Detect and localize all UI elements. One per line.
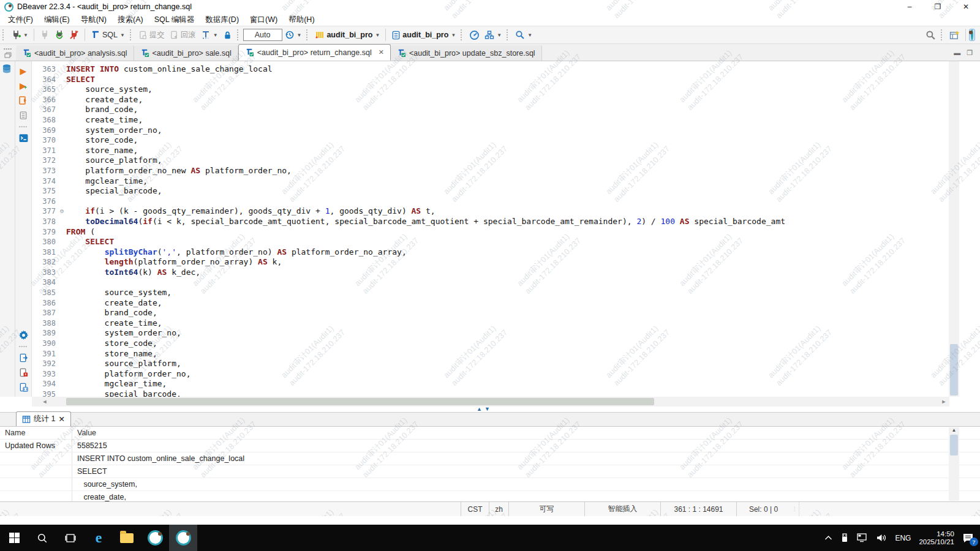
taskbar-search-button[interactable] bbox=[28, 525, 56, 551]
schema-select[interactable]: audit_bi_pro ▼ bbox=[389, 29, 458, 42]
tab-label: <audit_bi_pro> sale.sql bbox=[153, 49, 232, 58]
menu-item[interactable]: 导航(N) bbox=[75, 13, 112, 26]
editor-vertical-scrollbar[interactable] bbox=[949, 61, 959, 397]
fold-collapse-icon[interactable]: ⊖ bbox=[58, 206, 66, 217]
editor-tab[interactable]: <audit_bi_pro> update_sbz_store.sql bbox=[391, 45, 542, 61]
search-button[interactable]: ▼ bbox=[513, 28, 535, 42]
export-result-icon[interactable] bbox=[17, 351, 30, 364]
internet-explorer-button[interactable]: e bbox=[85, 525, 113, 551]
scroll-right-arrow[interactable]: ► bbox=[940, 397, 948, 406]
panel-sash[interactable]: ▲▼ bbox=[0, 407, 980, 412]
maximize-view-icon[interactable]: ❐ bbox=[967, 49, 973, 57]
stats-row[interactable]: INSERT INTO custom_online_sale_change_lo… bbox=[0, 452, 980, 465]
speaker-icon[interactable] bbox=[876, 533, 887, 542]
menu-bar: 文件(F)编辑(E)导航(N)搜索(A)SQL 编辑器数据库(D)窗口(W)帮助… bbox=[0, 13, 980, 26]
transaction-log-button[interactable]: ▼ bbox=[282, 28, 304, 42]
dbeaver-taskbar-button[interactable] bbox=[141, 525, 169, 551]
minimize-button[interactable]: – bbox=[895, 0, 924, 13]
file-explorer-button[interactable] bbox=[113, 525, 141, 551]
fold-gutter bbox=[58, 186, 66, 197]
maximize-button[interactable]: ❐ bbox=[924, 0, 952, 13]
quick-access-search-button[interactable] bbox=[923, 28, 938, 42]
code-text: system_order_no, bbox=[66, 126, 949, 136]
transaction-mode-button[interactable]: ▼ bbox=[198, 28, 221, 42]
close-tab-icon[interactable]: ✕ bbox=[379, 48, 384, 56]
menu-item[interactable]: 窗口(W) bbox=[244, 13, 283, 26]
scroll-up-arrow[interactable]: ▲ bbox=[949, 427, 959, 433]
action-center-button[interactable]: 7 bbox=[962, 533, 974, 543]
chevron-down-icon[interactable]: ▼ bbox=[297, 32, 302, 38]
dbeaver-taskbar-button-active[interactable] bbox=[169, 525, 197, 551]
open-perspective-button[interactable] bbox=[947, 28, 962, 42]
settings-gear-icon[interactable] bbox=[17, 328, 30, 342]
chevron-down-icon[interactable]: ▼ bbox=[213, 32, 218, 38]
line-number: 373 bbox=[32, 166, 58, 176]
chevron-down-icon[interactable]: ▼ bbox=[375, 32, 380, 38]
editor-tab[interactable]: <audit_bi_pro> analysis.sql bbox=[16, 45, 134, 61]
editor-tab[interactable]: <audit_bi_pro> return_change.sql✕ bbox=[238, 44, 391, 61]
execute-script-button[interactable] bbox=[17, 94, 30, 107]
disconnect-button[interactable] bbox=[67, 28, 81, 42]
usb-icon[interactable] bbox=[840, 533, 849, 542]
autocommit-select[interactable]: Auto bbox=[243, 29, 282, 41]
scroll-left-arrow[interactable]: ◄ bbox=[40, 397, 49, 406]
new-connection-button[interactable]: ▼ bbox=[9, 28, 31, 42]
chevron-down-icon[interactable]: ▼ bbox=[451, 32, 456, 38]
stats-row[interactable]: Updated Rows5585215 bbox=[0, 440, 980, 452]
taskbar-clock[interactable]: 14:50 2025/10/21 bbox=[919, 530, 954, 546]
menu-item[interactable]: SQL 编辑器 bbox=[149, 13, 200, 26]
menu-item[interactable]: 数据库(D) bbox=[200, 13, 244, 26]
reconnect-button[interactable] bbox=[52, 28, 67, 42]
menu-item[interactable]: 文件(F) bbox=[2, 13, 39, 26]
database-select[interactable]: audit_bi_pro ▼ bbox=[312, 28, 382, 42]
network-display-icon[interactable] bbox=[857, 533, 869, 542]
tab-statistics[interactable]: 统计 1 ✕ bbox=[16, 411, 71, 426]
connect-button[interactable] bbox=[37, 28, 52, 42]
close-button[interactable]: ✕ bbox=[952, 0, 980, 13]
editor-tab[interactable]: <audit_bi_pro> sale.sql bbox=[134, 45, 238, 61]
stats-col-value[interactable]: Value bbox=[72, 429, 96, 437]
database-navigator-icon[interactable] bbox=[0, 62, 13, 76]
scrollbar-thumb[interactable] bbox=[950, 435, 958, 455]
menu-item[interactable]: 编辑(E) bbox=[39, 13, 75, 26]
plug-disconnect-icon bbox=[69, 30, 79, 40]
chevron-down-icon[interactable]: ▼ bbox=[120, 32, 125, 38]
execute-statement-button[interactable]: ▶ bbox=[17, 64, 30, 78]
fold-gutter bbox=[58, 64, 66, 75]
dashboard-button[interactable] bbox=[467, 28, 482, 42]
explain-plan-button[interactable] bbox=[17, 108, 30, 122]
lock-button[interactable] bbox=[221, 29, 235, 42]
sql-code-editor[interactable]: 363INSERT INTO custom_online_sale_change… bbox=[32, 61, 949, 397]
stats-row[interactable]: source_system, bbox=[0, 478, 980, 491]
stats-vertical-scrollbar[interactable]: ▲ bbox=[949, 427, 959, 501]
dbeaver-perspective-button[interactable] bbox=[969, 29, 975, 41]
rollback-button[interactable]: 回滚 bbox=[167, 28, 198, 42]
menu-item[interactable]: 帮助(H) bbox=[283, 13, 320, 26]
restore-panel-icon[interactable]: •••• bbox=[0, 43, 16, 61]
minimize-view-icon[interactable]: ▬ bbox=[954, 49, 960, 57]
error-log-icon[interactable] bbox=[17, 365, 30, 379]
chevron-down-icon[interactable]: ▼ bbox=[497, 32, 502, 38]
commit-button[interactable]: 提交 bbox=[136, 28, 167, 42]
execute-new-tab-button[interactable]: ▶+ bbox=[17, 79, 30, 92]
fold-gutter bbox=[58, 217, 66, 227]
chevron-down-icon[interactable]: ▼ bbox=[23, 32, 28, 38]
stats-col-name[interactable]: Name bbox=[0, 427, 72, 439]
export-data-button[interactable]: ▼ bbox=[482, 28, 504, 42]
language-indicator[interactable]: ENG bbox=[895, 534, 911, 542]
scrollbar-thumb[interactable] bbox=[66, 398, 654, 405]
close-icon[interactable]: ✕ bbox=[58, 414, 64, 424]
sash-toggle-arrows[interactable]: ▲▼ bbox=[477, 406, 492, 412]
tray-chevron-up-icon[interactable] bbox=[824, 535, 832, 541]
scrollbar-thumb[interactable] bbox=[950, 344, 958, 395]
stats-row[interactable]: SELECT bbox=[0, 465, 980, 478]
chevron-down-icon[interactable]: ▼ bbox=[527, 32, 532, 38]
start-button[interactable] bbox=[0, 525, 28, 551]
menu-item[interactable]: 搜索(A) bbox=[112, 13, 149, 26]
code-line: 394 mgclear_time, bbox=[32, 379, 949, 389]
sql-console-button[interactable] bbox=[17, 131, 30, 144]
editor-horizontal-scrollbar[interactable]: ◄ ► bbox=[32, 397, 949, 407]
sql-editor-button[interactable]: SQL ▼ bbox=[88, 28, 127, 42]
server-output-icon[interactable] bbox=[17, 380, 30, 394]
task-view-button[interactable] bbox=[56, 525, 85, 551]
